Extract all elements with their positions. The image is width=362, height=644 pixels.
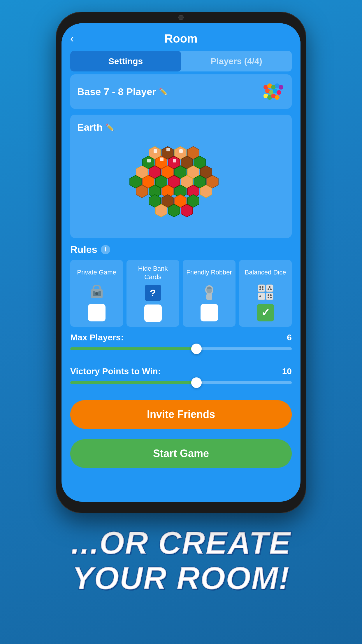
rule-name-friendly-robber: Friendly Robber <box>186 265 232 281</box>
svg-rect-50 <box>179 149 183 153</box>
header: ‹ Room <box>61 23 301 48</box>
map-svg <box>96 138 266 231</box>
game-preset-thumbnail <box>261 81 285 102</box>
svg-rect-73 <box>266 293 273 300</box>
max-players-fill <box>70 347 196 350</box>
invite-friends-button[interactable]: Invite Friends <box>70 400 292 429</box>
rules-header: Rules i <box>70 244 292 255</box>
max-players-value: 6 <box>287 332 292 342</box>
rule-card-private-game: Private Game <box>70 260 123 327</box>
map-name: Earth <box>77 122 103 133</box>
rule-toggle-private-game[interactable] <box>88 304 106 321</box>
rules-label: Rules <box>70 244 97 255</box>
svg-rect-48 <box>154 149 157 153</box>
bottom-text-line2: your room! <box>71 560 291 596</box>
svg-point-12 <box>275 95 280 100</box>
game-preset-edit-icon[interactable]: ✏️ <box>159 88 168 96</box>
rule-icon-private-game <box>88 284 106 301</box>
map-title: Earth ✏️ <box>77 122 285 133</box>
victory-points-value: 10 <box>282 366 292 376</box>
rule-icon-friendly-robber <box>201 284 218 301</box>
svg-rect-51 <box>147 159 151 162</box>
svg-point-64 <box>262 286 263 288</box>
game-preset-title: Base 7 - 8 Player ✏️ <box>77 86 168 97</box>
camera <box>178 15 184 20</box>
map-container <box>77 138 285 231</box>
victory-points-section: Victory Points to Win: 10 <box>70 366 292 394</box>
screen: ‹ Room Settings Players (4/4) Base 7 - 8… <box>61 23 301 502</box>
svg-point-63 <box>259 286 261 288</box>
svg-point-66 <box>262 288 263 290</box>
max-players-slider[interactable] <box>70 346 292 352</box>
svg-rect-62 <box>258 285 265 292</box>
hide-bank-card-icon: ? <box>145 285 161 301</box>
max-players-thumb[interactable] <box>191 344 202 354</box>
svg-point-72 <box>259 295 261 297</box>
tab-settings[interactable]: Settings <box>70 51 181 71</box>
max-players-label: Max Players: <box>70 332 124 342</box>
rule-card-balanced-dice: Balanced Dice <box>239 260 292 327</box>
tab-bar: Settings Players (4/4) <box>70 51 292 71</box>
rule-card-hide-bank: Hide Bank Cards ? <box>126 260 179 327</box>
svg-point-65 <box>259 288 261 290</box>
victory-points-label: Victory Points to Win: <box>70 366 161 376</box>
start-game-button[interactable]: Start Game <box>70 439 292 468</box>
page-title: Room <box>164 32 197 45</box>
rule-name-balanced-dice: Balanced Dice <box>245 265 286 281</box>
bottom-text: ...or create your room! <box>48 513 314 601</box>
rule-icon-hide-bank: ? <box>144 284 162 302</box>
tab-players[interactable]: Players (4/4) <box>181 51 292 71</box>
rule-name-hide-bank: Hide Bank Cards <box>129 265 176 281</box>
rules-grid: Private Game <box>70 260 292 327</box>
svg-point-74 <box>268 294 269 296</box>
svg-rect-67 <box>266 285 273 292</box>
svg-point-4 <box>279 85 283 90</box>
rule-name-private-game: Private Game <box>77 265 116 281</box>
max-players-section: Max Players: 6 <box>70 332 292 360</box>
rule-toggle-friendly-robber[interactable] <box>201 304 218 321</box>
rules-section: Rules i Private Game <box>70 244 292 327</box>
victory-points-row: Victory Points to Win: 10 <box>70 366 292 376</box>
rule-card-friendly-robber: Friendly Robber <box>183 260 236 327</box>
svg-point-76 <box>268 297 269 298</box>
rule-toggle-balanced-dice[interactable]: ✓ <box>257 304 274 321</box>
svg-rect-71 <box>258 293 265 300</box>
svg-point-70 <box>270 288 272 290</box>
map-edit-icon[interactable]: ✏️ <box>106 123 114 132</box>
bottom-text-line1: ...or create <box>71 525 291 560</box>
checkmark-icon: ✓ <box>261 307 270 319</box>
victory-points-track <box>70 381 292 384</box>
back-button[interactable]: ‹ <box>70 33 74 45</box>
victory-points-slider[interactable] <box>70 380 292 386</box>
notch <box>146 12 216 23</box>
phone-frame: ‹ Room Settings Players (4/4) Base 7 - 8… <box>56 12 306 513</box>
rule-icon-balanced-dice <box>257 284 274 301</box>
svg-point-56 <box>95 292 98 295</box>
content-area: Base 7 - 8 Player ✏️ <box>61 74 301 502</box>
map-card: Earth ✏️ <box>70 115 292 238</box>
svg-rect-52 <box>160 158 164 161</box>
game-preset-name: Base 7 - 8 Player <box>77 86 156 97</box>
max-players-track <box>70 347 292 350</box>
victory-points-thumb[interactable] <box>191 377 202 388</box>
svg-point-69 <box>268 288 269 290</box>
max-players-row: Max Players: 6 <box>70 332 292 342</box>
svg-point-8 <box>277 90 281 95</box>
rule-toggle-hide-bank[interactable] <box>144 304 162 322</box>
info-icon[interactable]: i <box>101 245 110 254</box>
svg-point-75 <box>270 294 272 296</box>
svg-point-77 <box>270 297 272 298</box>
svg-rect-49 <box>166 148 170 151</box>
victory-points-fill <box>70 381 196 384</box>
game-preset-card[interactable]: Base 7 - 8 Player ✏️ <box>70 74 292 109</box>
svg-point-68 <box>269 286 270 288</box>
svg-rect-60 <box>206 294 212 300</box>
svg-rect-53 <box>173 159 176 162</box>
svg-point-61 <box>207 287 212 289</box>
